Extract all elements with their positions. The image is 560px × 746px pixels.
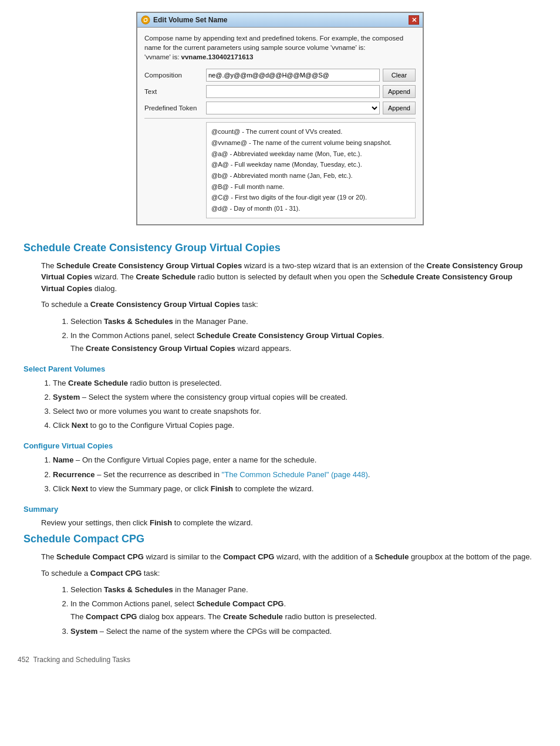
- list-item: In the Common Actions panel, select Sche…: [70, 598, 537, 623]
- s1-step2-bold: Schedule Create Consistency Group Virtua…: [197, 331, 382, 340]
- sub2-s3-next: Next: [72, 484, 88, 493]
- s2-bold1: Schedule Compact CPG: [56, 552, 144, 561]
- dialog-body: Compose name by appending text and prede…: [137, 28, 423, 224]
- s2-dialog-bold2: Create Schedule: [223, 612, 283, 621]
- s2-task-bold: Compact CPG: [90, 569, 141, 578]
- footer-text: Tracking and Scheduling Tasks: [33, 656, 130, 664]
- s2-dialog-appears: The Compact CPG dialog box appears. The …: [70, 612, 377, 621]
- sub2-s2-bold: Recurrence: [53, 470, 95, 479]
- dialog-title-left: Edit Volume Set Name: [141, 15, 227, 25]
- dialog-description: Compose name by appending text and prede…: [144, 33, 416, 62]
- text-label: Text: [144, 88, 206, 95]
- predefined-label: Predefined Token: [144, 104, 206, 112]
- recurrence-link[interactable]: "The Common Schedule Panel" (page 448): [222, 470, 368, 479]
- summary-heading: Summary: [23, 505, 537, 514]
- token-item: @a@ - Abbreviated weekday name (Mon, Tue…: [211, 148, 410, 160]
- dialog-divider: [144, 118, 416, 119]
- sub2-s1-bold: Name: [53, 455, 73, 464]
- token-item: @d@ - Day of month (01 - 31).: [211, 203, 410, 214]
- predefined-append-button[interactable]: Append: [383, 102, 416, 114]
- dialog-wrapper: Edit Volume Set Name ✕ Compose name by a…: [18, 12, 542, 225]
- predefined-select[interactable]: [206, 102, 380, 114]
- summary-text: Review your settings, then click Finish …: [41, 517, 537, 529]
- list-item: Selection Tasks & Schedules in the Manag…: [70, 315, 537, 328]
- sub1-s4-bold: Next: [72, 421, 88, 430]
- sub1-s2-bold: System: [53, 393, 80, 401]
- list-item: In the Common Actions panel, select Sche…: [70, 329, 537, 355]
- sub1-heading: Select Parent Volumes: [23, 364, 537, 373]
- s2-dialog-bold1: Compact CPG: [86, 612, 137, 621]
- text-row: Text Append: [144, 85, 416, 98]
- summary-finish-bold: Finish: [150, 518, 172, 527]
- footer-page-num: 452: [18, 656, 29, 664]
- clear-button[interactable]: Clear: [383, 69, 416, 82]
- token-item: @vvname@ - The name of the current volum…: [211, 137, 410, 148]
- section2-steps: Selection Tasks & Schedules in the Manag…: [70, 583, 537, 637]
- dialog-example-label: 'vvname' is:: [144, 53, 179, 60]
- dialog-title-text: Edit Volume Set Name: [153, 16, 227, 24]
- sub2-s3-finish: Finish: [211, 484, 233, 493]
- predefined-row: Predefined Token Append: [144, 102, 416, 114]
- token-item: @C@ - First two digits of the four-digit…: [211, 192, 410, 203]
- token-list: @count@ - The current count of VVs creat…: [206, 122, 416, 218]
- page-footer: 452 Tracking and Scheduling Tasks: [18, 656, 542, 664]
- section2-heading: Schedule Compact CPG: [23, 533, 537, 545]
- section2-content: The Schedule Compact CPG wizard is simil…: [41, 551, 537, 637]
- sub1-s1-bold: Create Schedule: [68, 379, 128, 387]
- list-item: Name – On the Configure Virtual Copies p…: [53, 454, 537, 467]
- s2-step3-bold: System: [70, 627, 97, 636]
- section2-intro-para: The Schedule Compact CPG wizard is simil…: [41, 551, 537, 563]
- token-item: @count@ - The current count of VVs creat…: [211, 126, 410, 137]
- section2-task-intro: To schedule a Compact CPG task:: [41, 568, 537, 579]
- s1-bold1: Schedule Create Consistency Group Virtua…: [56, 261, 242, 270]
- token-item: @b@ - Abbreviated month name (Jan, Feb, …: [211, 170, 410, 181]
- list-item: Selection Tasks & Schedules in the Manag…: [70, 583, 537, 596]
- list-item: System – Select the name of the system w…: [70, 625, 537, 638]
- s2-bold3: Schedule: [375, 552, 409, 561]
- composition-label: Composition: [144, 72, 206, 79]
- composition-input[interactable]: [206, 69, 380, 82]
- token-item: @B@ - Full month name.: [211, 181, 410, 193]
- s1-wizard-appears: The Create Consistency Group Virtual Cop…: [70, 344, 291, 353]
- section1-intro: The Schedule Create Consistency Group Vi…: [41, 260, 537, 355]
- list-item: System – Select the system where the con…: [53, 391, 537, 404]
- section1-heading: Schedule Create Consistency Group Virtua…: [23, 242, 537, 254]
- s1-wizard-bold: Create Consistency Group Virtual Copies: [86, 344, 235, 353]
- text-input[interactable]: [206, 85, 380, 98]
- s2-step1-bold: Tasks & Schedules: [104, 585, 173, 594]
- section1-intro-para: The Schedule Create Consistency Group Vi…: [41, 260, 537, 295]
- svg-point-0: [141, 16, 150, 24]
- list-item: Select two or more volumes you want to c…: [53, 405, 537, 418]
- token-item: @A@ - Full weekday name (Monday, Tuesday…: [211, 159, 410, 170]
- s1-bold3: Create Schedule: [136, 272, 195, 281]
- dialog-desc-text: Compose name by appending text and prede…: [144, 35, 403, 51]
- sub1-steps: The Create Schedule radio button is pres…: [53, 377, 537, 432]
- s2-bold2: Compact CPG: [223, 552, 274, 561]
- s1-task-bold: Create Consistency Group Virtual Copies: [90, 300, 240, 309]
- composition-row: Composition Clear: [144, 69, 416, 82]
- main-content: Schedule Create Consistency Group Virtua…: [18, 242, 542, 638]
- text-append-button[interactable]: Append: [383, 85, 416, 98]
- list-item: Click Next to view the Summary page, or …: [53, 482, 537, 495]
- section1-task-intro: To schedule a Create Consistency Group V…: [41, 299, 537, 310]
- list-item: Recurrence – Set the recurrence as descr…: [53, 468, 537, 481]
- dialog-titlebar: Edit Volume Set Name ✕: [137, 13, 423, 28]
- s1-step1-bold: Tasks & Schedules: [104, 317, 173, 326]
- s2-step2-bold: Schedule Compact CPG: [197, 599, 284, 608]
- edit-volume-dialog: Edit Volume Set Name ✕ Compose name by a…: [136, 12, 424, 225]
- section1-steps: Selection Tasks & Schedules in the Manag…: [70, 315, 537, 355]
- dialog-icon: [141, 15, 150, 25]
- sub2-heading: Configure Virtual Copies: [23, 441, 537, 450]
- list-item: Click Next to go to the Configure Virtua…: [53, 419, 537, 432]
- list-item: The Create Schedule radio button is pres…: [53, 377, 537, 390]
- dialog-example-value: vvname.130402171613: [181, 53, 254, 60]
- s1-bold4: chedule Create Consistency Group Virtual…: [41, 272, 512, 293]
- dialog-close-button[interactable]: ✕: [409, 15, 419, 25]
- sub2-steps: Name – On the Configure Virtual Copies p…: [53, 454, 537, 495]
